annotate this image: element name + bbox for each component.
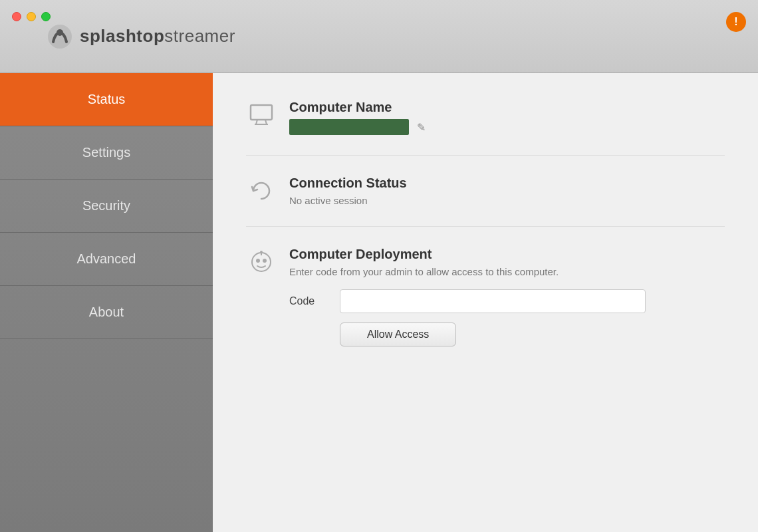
computer-name-body: Computer Name ✎ [289, 100, 725, 135]
connection-status-title: Connection Status [289, 176, 725, 191]
sidebar: Status Settings Security Advanced About [0, 73, 213, 532]
computer-deployment-section: Computer Deployment Enter code from your… [246, 247, 725, 346]
title-bar: splashtopstreamer ! [0, 0, 758, 73]
svg-point-8 [263, 259, 267, 263]
monitor-icon [246, 100, 276, 130]
svg-rect-2 [251, 105, 272, 120]
computer-deployment-description: Enter code from your admin to allow acce… [289, 266, 725, 277]
computer-deployment-title: Computer Deployment [289, 247, 725, 262]
window-controls [12, 12, 51, 21]
connection-status-section: Connection Status No active session [246, 176, 725, 206]
splashtop-logo-icon [47, 23, 73, 50]
computer-name-value-row: ✎ [289, 119, 725, 135]
sidebar-item-advanced[interactable]: Advanced [0, 233, 213, 286]
connection-status-body: Connection Status No active session [289, 176, 725, 206]
alert-icon[interactable]: ! [726, 12, 746, 32]
computer-name-bar [289, 119, 409, 135]
allow-access-button[interactable]: Allow Access [340, 323, 456, 346]
svg-point-10 [260, 251, 263, 253]
sidebar-item-status[interactable]: Status [0, 73, 213, 126]
sidebar-item-settings[interactable]: Settings [0, 126, 213, 180]
svg-point-6 [252, 253, 271, 271]
maximize-button[interactable] [41, 12, 51, 21]
computer-name-title: Computer Name [289, 100, 725, 115]
content-panel: Computer Name ✎ Connection Status No act… [213, 73, 758, 532]
svg-point-0 [48, 25, 72, 49]
robot-icon [246, 247, 276, 277]
connection-status-value: No active session [289, 195, 725, 206]
divider-1 [246, 155, 725, 156]
sidebar-item-about[interactable]: About [0, 286, 213, 339]
sidebar-item-security[interactable]: Security [0, 180, 213, 233]
svg-point-7 [256, 259, 260, 263]
logo: splashtopstreamer [47, 23, 235, 50]
edit-computer-name-icon[interactable]: ✎ [417, 121, 426, 134]
refresh-icon [246, 176, 276, 205]
close-button[interactable] [12, 12, 21, 21]
svg-point-1 [57, 29, 63, 36]
divider-2 [246, 226, 725, 227]
computer-name-section: Computer Name ✎ [246, 100, 725, 135]
main-content: Status Settings Security Advanced About [0, 73, 758, 532]
computer-deployment-body: Computer Deployment Enter code from your… [289, 247, 725, 346]
code-label: Code [289, 295, 329, 307]
code-input[interactable] [340, 289, 646, 313]
app-title: splashtopstreamer [80, 26, 235, 47]
code-row: Code [289, 289, 725, 313]
minimize-button[interactable] [27, 12, 36, 21]
